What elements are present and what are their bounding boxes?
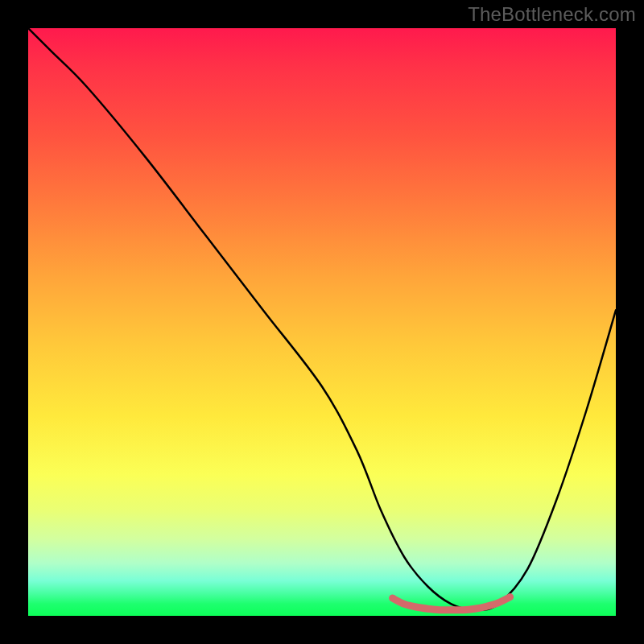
- bottleneck-curve-path: [28, 28, 616, 610]
- curve-overlay: [28, 28, 616, 616]
- chart-frame: TheBottleneck.com: [0, 0, 644, 644]
- watermark-text: TheBottleneck.com: [468, 3, 636, 26]
